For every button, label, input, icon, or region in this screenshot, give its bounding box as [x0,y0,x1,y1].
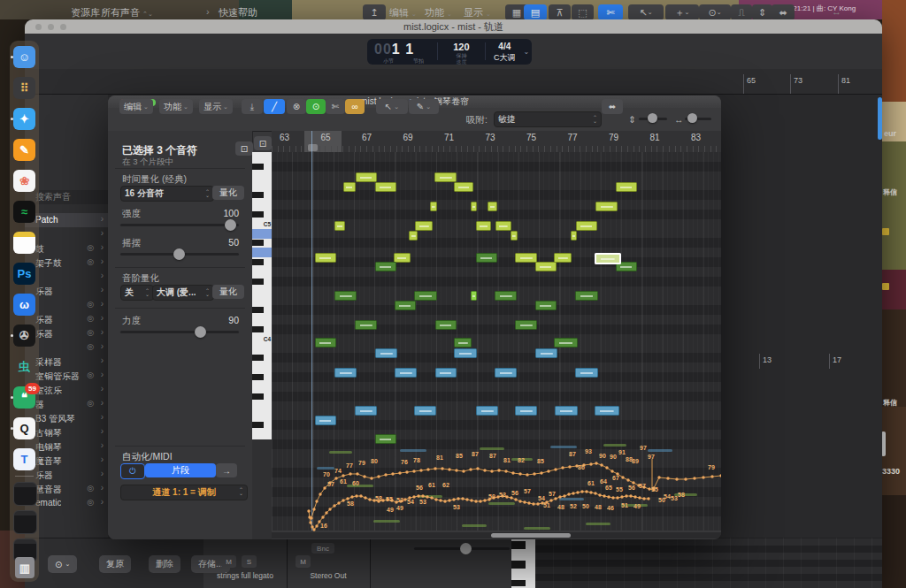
arrange-menu-functions[interactable]: 功能 ⌄ [425,6,452,19]
midi-in-button[interactable]: ⊗ [287,99,306,114]
dock-icon-notes[interactable] [13,232,35,254]
pointer-tool-select[interactable]: ↖ ⌄ [628,4,664,20]
lcd-tempo[interactable]: 120 保持 速度 [438,39,486,65]
midi-note[interactable] [495,291,517,301]
pr-menu-functions[interactable]: 功能⌄ [159,99,193,114]
midi-note[interactable] [395,368,417,378]
midi-note[interactable] [375,348,397,358]
list-view-button[interactable]: ▤ [524,4,547,20]
velocity-slider[interactable] [120,331,239,333]
piano-keyboard[interactable]: C5C4 [252,152,272,439]
piano-key-black[interactable] [252,307,264,313]
quick-help-chevron[interactable]: › [206,6,210,17]
midi-note[interactable] [559,498,584,500]
arrange-menu-edit[interactable]: 编辑 ⌄ [389,6,417,19]
midi-note[interactable] [575,291,598,301]
secondary-tool-select[interactable]: ＋ ⌄ [665,4,699,20]
dock-icon-teal-app[interactable]: 虫 [13,355,35,378]
delete-button[interactable]: 删除 [149,555,180,573]
scrollbar-thumb[interactable] [491,533,571,538]
playhead-marker[interactable] [308,144,318,151]
midi-note[interactable] [334,221,345,231]
pr-menu-edit[interactable]: 编辑⌄ [119,99,153,114]
dock-icon-qq[interactable]: Q [13,417,35,439]
midi-note[interactable] [524,527,550,530]
midi-note[interactable] [355,406,377,416]
midi-note[interactable] [480,447,504,450]
midi-note[interactable] [595,406,619,416]
midi-note[interactable] [603,444,626,447]
midi-note[interactable] [418,495,442,498]
strength-slider[interactable] [120,224,239,226]
automation-mode-button[interactable]: 片段 [145,463,216,477]
midi-note[interactable] [674,493,697,496]
midi-note[interactable] [495,368,517,378]
midi-note[interactable] [375,182,396,192]
inspector-collapse-button[interactable]: ⊡ [235,141,253,156]
dock-icon-t-app[interactable]: T [13,448,35,470]
midi-note[interactable] [462,524,487,527]
snap-mode-select[interactable]: ⊙ ⌄ [699,4,731,20]
midi-note[interactable] [515,406,537,416]
undo-button[interactable]: 复原 [99,555,131,573]
piano-key-black[interactable] [252,374,264,380]
dock[interactable]: ☺⠿✦✎❀≈Psω✇虫❝59QT▥ [10,41,39,582]
dock-icon-wechat[interactable]: ❝59 [13,386,35,409]
automation-button[interactable]: ⎍ [731,4,752,20]
midi-note[interactable] [471,202,477,211]
close-button[interactable] [35,24,42,30]
midi-note[interactable] [471,291,477,301]
piano-key-black[interactable] [252,211,264,218]
dock-icon-cat-app[interactable]: ω [13,294,35,316]
split-tool-button[interactable]: ✄ [326,99,345,114]
piano-key-black[interactable] [252,240,264,246]
midi-note[interactable] [356,172,377,182]
dock-icon-trash[interactable]: ▥ [15,557,35,578]
selected-key[interactable] [252,248,272,257]
midi-note[interactable] [409,231,418,241]
catch-playhead-button[interactable]: ⤓ [242,99,263,114]
piano-key-black[interactable] [252,393,264,400]
midi-note[interactable] [595,202,618,211]
pr-hzoom-knob[interactable] [687,113,697,123]
share-button[interactable]: ↥ [363,4,386,20]
midi-note[interactable] [373,520,400,523]
midi-note[interactable] [454,182,473,192]
dock-icon-photoshop[interactable]: Ps [13,263,35,285]
lcd-position[interactable]: 001 1 小节 节拍 [367,39,437,65]
midi-note[interactable] [315,338,336,347]
midi-note[interactable] [355,320,377,330]
midi-note[interactable] [511,231,518,241]
dock-icon-photos[interactable]: ❀ [13,170,35,192]
midi-note[interactable] [454,348,477,358]
strength-knob[interactable] [225,219,236,231]
lcd-display[interactable]: 001 1 小节 节拍 120 保持 速度 4/4 C大调 ⌄ [367,39,532,65]
minimize-button[interactable] [48,24,54,30]
bounce-button[interactable]: Bnc [311,543,334,554]
midi-note[interactable] [476,253,497,263]
dock-icon-finder[interactable]: ☺ [13,46,35,68]
automation-route-button[interactable]: → [216,463,237,477]
midi-note[interactable] [414,291,437,301]
time-quantize-apply-button[interactable]: 量化 [212,186,244,200]
automation-channel-select[interactable]: 通道 1: 1 = 调制⌃⌄ [120,485,248,500]
mute-button-track[interactable]: M [221,555,236,568]
midi-note[interactable] [495,221,511,231]
midi-note[interactable] [400,449,426,452]
midi-note[interactable] [515,253,537,263]
arrange-menu-view[interactable]: 显示 ⌄ [464,6,491,19]
midi-note[interactable] [476,406,498,416]
piano-key-black[interactable] [252,326,264,332]
velocity-knob[interactable] [195,326,206,338]
midi-note[interactable] [550,446,577,448]
sound-filter[interactable]: 所有声音 ⌃⌄ [101,6,153,19]
midi-note[interactable] [488,502,515,505]
midi-note[interactable] [476,221,491,231]
dock-icon-safari[interactable]: ✦ [13,108,35,130]
dock-icon-win-thumb-2[interactable] [13,510,37,534]
midi-note[interactable] [434,172,457,182]
midi-note[interactable] [375,434,396,444]
fit-zoom-button[interactable]: ⬌ [772,4,795,20]
piano-roll-ruler[interactable]: 6365676971737577798183 [272,131,721,153]
dock-icon-win-thumb-1[interactable] [13,482,37,506]
